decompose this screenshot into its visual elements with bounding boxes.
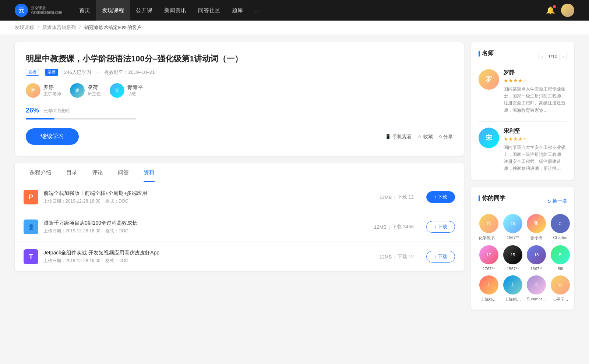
teacher-2-avatar: 凌 [70, 83, 85, 98]
teacher-3-name: 青青平 [127, 84, 143, 91]
teacher-1-name: 罗静 [43, 84, 61, 91]
progress-bar-fill [26, 118, 54, 119]
download-button-2[interactable]: ↑ 下载 [426, 221, 455, 233]
notification-bell[interactable]: 🔔 [546, 6, 555, 15]
logo[interactable]: 云 云朵课堂 yundouketang.com [15, 4, 62, 17]
nav-item-qa[interactable]: 问答社区 [192, 0, 226, 21]
resource-date-1: 上传日期：2019-12-28 16:00 [43, 199, 100, 204]
logo-sub: yundouketang.com [31, 10, 62, 15]
resource-name-1: 前端全栈加强版！前端全栈+全周期+多端应用 [43, 190, 374, 197]
refresh-icon: ↻ [547, 199, 551, 204]
notification-dot [553, 5, 556, 8]
nav-item-news[interactable]: 新闻资讯 [158, 0, 192, 21]
teacher-next-button[interactable]: › [560, 53, 567, 60]
progress-label: 26% [26, 107, 39, 114]
resource-format-3: 格式：DOC [105, 258, 128, 263]
teachers-list: 罗 罗静 主讲老师 凌 凌荷 班主任 [26, 83, 453, 98]
classmate-3[interactable]: 张 张小田 [527, 214, 546, 241]
classmate-1[interactable]: 化 化学教书… [479, 214, 499, 241]
tabs-header: 课程介绍 目录 评论 问答 资料 [15, 163, 464, 182]
breadcrumb-link-discover[interactable]: 发现课程 [15, 25, 34, 30]
teacher-3: 青 青青平 助教 [110, 83, 143, 98]
famous-teachers-card: 名师 ‹ 1/10 › 罗 罗静 ★★★★☆ 国内某重点大学安全工程专业硕士， [471, 42, 574, 180]
classmate-7[interactable]: 18 1867** [527, 245, 546, 271]
resource-stats-3: 12MB | 下载 12 [379, 253, 413, 260]
classmate-9[interactable]: 上 上陈桅… [479, 275, 499, 302]
badge-live: 直播 [26, 69, 39, 76]
famous-teacher-1-stars: ★★★★☆ [504, 78, 567, 83]
mobile-watch-button[interactable]: 📱 手机观看 [385, 133, 412, 140]
tab-qa[interactable]: 问答 [110, 163, 136, 182]
resource-item: T Jetpack全组件实战 开发短视频应用高仿皮皮虾App 上传日期：2019… [15, 242, 464, 271]
user-avatar[interactable] [561, 4, 574, 17]
nav-item-open[interactable]: 公开课 [130, 0, 158, 21]
classmate-bill[interactable]: B Bill [551, 245, 570, 271]
famous-teacher-2-desc: 国内某重点大学安全工程专业硕士，国家一级注册消防工程师、注册安全工程师、级注册建… [504, 144, 567, 172]
course-actions: 继续学习 📱 手机观看 ☆ 收藏 ⎋ 分享 [26, 128, 453, 145]
classmate-2[interactable]: 15 1567** [503, 214, 522, 241]
classmates-title: 你的同学 [479, 195, 505, 202]
famous-teachers-title: 名师 [479, 50, 494, 57]
teacher-2: 凌 凌荷 班主任 [70, 83, 101, 98]
resource-format-1: 格式：DOC [105, 199, 128, 204]
resource-date-3: 上传日期：2019-12-28 16:00 [43, 258, 100, 263]
tab-intro[interactable]: 课程介绍 [22, 163, 59, 182]
download-button-1[interactable]: ↑ 下载 [426, 191, 455, 203]
breadcrumb: 发现课程 / 新媒体营销系列 / 销冠修炼术搞定80%的客户 [0, 21, 589, 35]
famous-teacher-2: 宋 宋利坚 ★★★★☆ 国内某重点大学安全工程专业硕士，国家一级注册消防工程师、… [479, 128, 567, 172]
tab-resources[interactable]: 资料 [136, 163, 162, 182]
resource-name-2: 跟随千万级项目从0到100全过程高效成长 [43, 220, 369, 226]
resource-item: 👤 跟随千万级项目从0到100全过程高效成长 上传日期：2019-12-28 1… [15, 212, 464, 242]
famous-teacher-1: 罗 罗静 ★★★★☆ 国内某重点大学安全工程专业硕士，国家一级注册消防工程师、注… [479, 69, 567, 114]
logo-icon: 云 [15, 4, 28, 17]
refresh-classmates-button[interactable]: ↻ 换一换 [547, 198, 567, 204]
nav-item-home[interactable]: 首页 [73, 0, 96, 21]
star-icon: ☆ [417, 134, 422, 139]
resource-icon-1: P [24, 190, 38, 204]
breadcrumb-current: 销冠修炼术搞定80%的客户 [84, 25, 142, 30]
teacher-prev-button[interactable]: ‹ [539, 53, 546, 60]
progress-bar-bg [26, 118, 136, 119]
course-card: 明星中教授课，小学阶段语法100分–强化级第1讲动词（一） 直播 录播 246人… [15, 42, 464, 156]
nav-item-more[interactable]: ··· [249, 0, 265, 21]
teacher-1-avatar: 罗 [26, 83, 40, 98]
sidebar: 名师 ‹ 1/10 › 罗 罗静 ★★★★☆ 国内某重点大学安全工程专业硕士， [471, 42, 574, 317]
teacher-3-avatar: 青 [110, 83, 124, 98]
nav-item-quiz[interactable]: 题库 [226, 0, 249, 21]
classmate-charles[interactable]: C Charles [551, 214, 570, 241]
resource-date-2: 上传日期：2019-12-28 16:00 [43, 228, 100, 233]
classmate-5[interactable]: 17 1767** [479, 245, 499, 271]
teacher-3-role: 助教 [127, 91, 143, 97]
progress-section: 26% 已学习0课时 [26, 107, 453, 119]
download-button-3[interactable]: ↑ 下载 [426, 251, 455, 263]
teacher-pagination: ‹ 1/10 › [539, 53, 567, 60]
nav-item-discover[interactable]: 发现课程 [96, 0, 130, 21]
classmates-grid: 化 化学教书… 15 1567** 张 张小田 C Charles 17 1 [479, 214, 567, 302]
collect-button[interactable]: ☆ 收藏 [417, 133, 433, 140]
continue-learning-button[interactable]: 继续学习 [26, 128, 79, 145]
share-button[interactable]: ⎋ 分享 [439, 133, 453, 140]
resource-stats-2: 12MB | 下载 3456 [374, 224, 414, 230]
content-area: 明星中教授课，小学阶段语法100分–强化级第1讲动词（一） 直播 录播 246人… [15, 42, 464, 317]
main-layout: 明星中教授课，小学阶段语法100分–强化级第1讲动词（一） 直播 录播 246人… [0, 35, 589, 324]
mobile-icon: 📱 [385, 134, 391, 139]
teacher-1-role: 主讲老师 [43, 91, 61, 97]
share-icon: ⎋ [439, 134, 442, 139]
breadcrumb-link-series[interactable]: 新媒体营销系列 [42, 25, 76, 30]
classmate-11[interactable]: S Summer… [527, 275, 546, 302]
tabs-body: P 前端全栈加强版！前端全栈+全周期+多端应用 上传日期：2019-12-28 … [15, 182, 464, 271]
students-count: 246人已学习 [64, 69, 91, 76]
famous-teacher-1-name: 罗静 [504, 69, 567, 76]
course-title: 明星中教授课，小学阶段语法100分–强化级第1讲动词（一） [26, 53, 453, 64]
tab-review[interactable]: 评论 [85, 163, 110, 182]
tab-catalog[interactable]: 目录 [59, 163, 85, 182]
teacher-2-name: 凌荷 [88, 84, 101, 91]
classmate-12[interactable]: 云 云平玉… [551, 275, 570, 302]
teacher-2-role: 班主任 [88, 91, 101, 97]
progress-sub: 已学习0课时 [43, 108, 70, 114]
classmate-10[interactable]: 上 上陈桐… [503, 275, 522, 302]
teacher-1: 罗 罗静 主讲老师 [26, 83, 61, 98]
classmate-6[interactable]: 15 1567** [503, 245, 522, 271]
badge-rec: 录播 [45, 69, 58, 76]
famous-teacher-1-desc: 国内某重点大学安全工程专业硕士，国家一级注册消防工程师、注册安全工程师、高级注册… [504, 86, 567, 114]
